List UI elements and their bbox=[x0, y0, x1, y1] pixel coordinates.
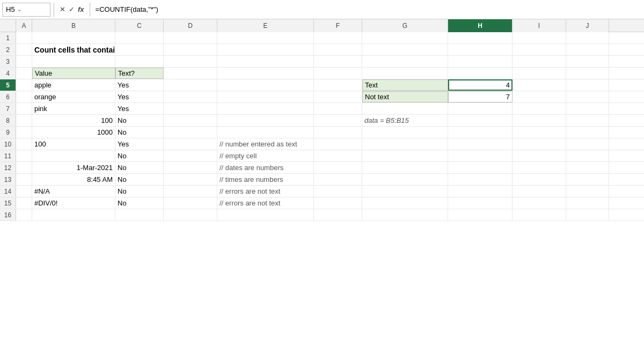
cell-d13[interactable] bbox=[164, 174, 217, 185]
cell-e16[interactable] bbox=[217, 209, 314, 221]
cell-d3[interactable] bbox=[164, 56, 217, 67]
cell-h12[interactable] bbox=[448, 162, 513, 173]
cell-g3[interactable] bbox=[362, 56, 448, 67]
cell-b15[interactable]: #DIV/0! bbox=[32, 197, 115, 209]
col-header-f[interactable]: F bbox=[314, 19, 362, 32]
cell-i7[interactable] bbox=[513, 103, 566, 114]
formula-content[interactable]: =COUNTIF(data,"*") bbox=[93, 5, 642, 13]
cell-c2[interactable] bbox=[115, 44, 164, 55]
cell-b4-header[interactable]: Value bbox=[32, 68, 115, 79]
cell-b2-title[interactable]: Count cells that contain text bbox=[32, 44, 115, 55]
cell-g6-nottext-label[interactable]: Not text bbox=[362, 91, 448, 102]
cell-c1[interactable] bbox=[115, 32, 164, 43]
cell-b8[interactable]: 100 bbox=[32, 115, 115, 126]
cell-d6[interactable] bbox=[164, 91, 217, 102]
cell-h4[interactable] bbox=[448, 68, 513, 79]
cell-c6[interactable]: Yes bbox=[115, 91, 164, 102]
cell-f8[interactable] bbox=[314, 115, 362, 126]
col-header-i[interactable]: I bbox=[513, 19, 566, 32]
cell-e2[interactable] bbox=[217, 44, 314, 55]
cell-a16[interactable] bbox=[16, 209, 32, 221]
cell-h10[interactable] bbox=[448, 138, 513, 150]
cell-d10[interactable] bbox=[164, 138, 217, 150]
cell-c13[interactable]: No bbox=[115, 174, 164, 185]
col-header-h[interactable]: H bbox=[448, 19, 513, 32]
cell-h2[interactable] bbox=[448, 44, 513, 55]
cell-h5-text-value[interactable]: 4 bbox=[448, 79, 513, 91]
cell-d16[interactable] bbox=[164, 209, 217, 221]
cell-d15[interactable] bbox=[164, 197, 217, 209]
cell-a12[interactable] bbox=[16, 162, 32, 173]
col-header-e[interactable]: E bbox=[217, 19, 314, 32]
cell-f16[interactable] bbox=[314, 209, 362, 221]
cell-g5-text-label[interactable]: Text bbox=[362, 79, 448, 91]
cell-a7[interactable] bbox=[16, 103, 32, 114]
cell-d5[interactable] bbox=[164, 79, 217, 91]
cell-i10[interactable] bbox=[513, 138, 566, 150]
cell-d1[interactable] bbox=[164, 32, 217, 43]
cell-f10[interactable] bbox=[314, 138, 362, 150]
cell-j6[interactable] bbox=[566, 91, 609, 102]
cell-f15[interactable] bbox=[314, 197, 362, 209]
cell-h6-nottext-value[interactable]: 7 bbox=[448, 91, 513, 102]
cell-g10[interactable] bbox=[362, 138, 448, 150]
cell-h14[interactable] bbox=[448, 186, 513, 197]
cell-a11[interactable] bbox=[16, 150, 32, 161]
cell-f14[interactable] bbox=[314, 186, 362, 197]
col-header-c[interactable]: C bbox=[115, 19, 164, 32]
cell-a8[interactable] bbox=[16, 115, 32, 126]
cell-h7[interactable] bbox=[448, 103, 513, 114]
cell-a14[interactable] bbox=[16, 186, 32, 197]
cell-h3[interactable] bbox=[448, 56, 513, 67]
cell-i12[interactable] bbox=[513, 162, 566, 173]
cell-j16[interactable] bbox=[566, 209, 609, 221]
cell-a13[interactable] bbox=[16, 174, 32, 185]
cell-h11[interactable] bbox=[448, 150, 513, 161]
cell-g16[interactable] bbox=[362, 209, 448, 221]
cell-e9[interactable] bbox=[217, 127, 314, 138]
cell-g2[interactable] bbox=[362, 44, 448, 55]
cell-i6[interactable] bbox=[513, 91, 566, 102]
cell-c9[interactable]: No bbox=[115, 127, 164, 138]
cell-a10[interactable] bbox=[16, 138, 32, 150]
cell-h8[interactable] bbox=[448, 115, 513, 126]
cell-i11[interactable] bbox=[513, 150, 566, 161]
cell-b16[interactable] bbox=[32, 209, 115, 221]
cell-b3[interactable] bbox=[32, 56, 115, 67]
cell-e4[interactable] bbox=[217, 68, 314, 79]
cell-j9[interactable] bbox=[566, 127, 609, 138]
cell-g14[interactable] bbox=[362, 186, 448, 197]
cell-i16[interactable] bbox=[513, 209, 566, 221]
cell-j3[interactable] bbox=[566, 56, 609, 67]
col-header-j[interactable]: J bbox=[566, 19, 609, 32]
cell-g7[interactable] bbox=[362, 103, 448, 114]
cell-h13[interactable] bbox=[448, 174, 513, 185]
cell-j4[interactable] bbox=[566, 68, 609, 79]
cell-j7[interactable] bbox=[566, 103, 609, 114]
cell-a5[interactable] bbox=[16, 79, 32, 91]
cell-i5[interactable] bbox=[513, 79, 566, 91]
cell-i2[interactable] bbox=[513, 44, 566, 55]
cell-c16[interactable] bbox=[115, 209, 164, 221]
cell-c4-header[interactable]: Text? bbox=[115, 68, 164, 79]
cell-j1[interactable] bbox=[566, 32, 609, 43]
cell-j14[interactable] bbox=[566, 186, 609, 197]
cell-b7[interactable]: pink bbox=[32, 103, 115, 114]
cell-f4[interactable] bbox=[314, 68, 362, 79]
cell-a9[interactable] bbox=[16, 127, 32, 138]
cell-f7[interactable] bbox=[314, 103, 362, 114]
col-header-b[interactable]: B bbox=[32, 19, 115, 32]
cell-e7[interactable] bbox=[217, 103, 314, 114]
cell-g4[interactable] bbox=[362, 68, 448, 79]
cell-a4[interactable] bbox=[16, 68, 32, 79]
cell-i4[interactable] bbox=[513, 68, 566, 79]
cell-i15[interactable] bbox=[513, 197, 566, 209]
cell-i3[interactable] bbox=[513, 56, 566, 67]
cell-a1[interactable] bbox=[16, 32, 32, 43]
cell-j11[interactable] bbox=[566, 150, 609, 161]
cell-f11[interactable] bbox=[314, 150, 362, 161]
col-header-a[interactable]: A bbox=[16, 19, 32, 32]
cell-j10[interactable] bbox=[566, 138, 609, 150]
cell-c3[interactable] bbox=[115, 56, 164, 67]
cell-j12[interactable] bbox=[566, 162, 609, 173]
